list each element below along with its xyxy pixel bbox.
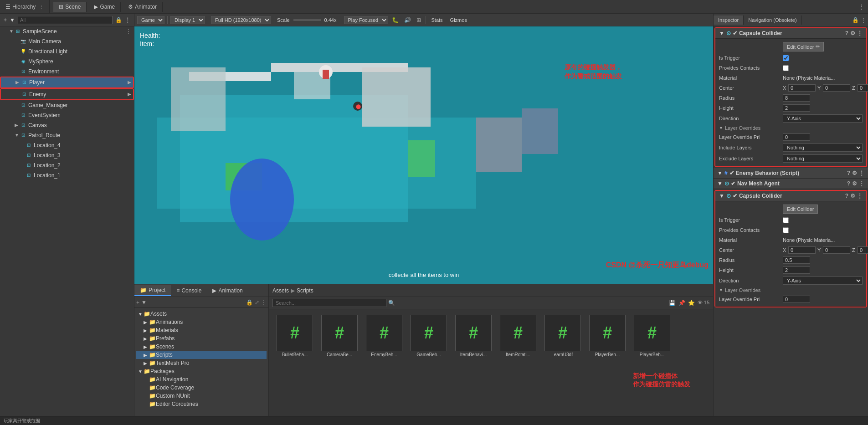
asset-item-behav[interactable]: # ItemBehavi... — [453, 315, 494, 357]
star-icon[interactable]: ⭐ — [688, 300, 695, 306]
lock-icon[interactable]: 🔒 — [246, 299, 253, 306]
is-trigger-checkbox-1[interactable] — [783, 55, 789, 61]
height-input-2[interactable] — [783, 266, 810, 274]
nm-help-icon[interactable]: ? — [847, 180, 850, 187]
more-btn[interactable]: ⋮ — [261, 299, 267, 306]
navigation-tab[interactable]: Navigation (Obsolete) — [744, 15, 801, 25]
asset-camera[interactable]: # CameraBe... — [319, 315, 360, 357]
layer-override-pri-2[interactable] — [783, 296, 810, 303]
nm-more-icon[interactable]: ⋮ — [859, 180, 864, 187]
stats-btn[interactable]: Stats — [429, 17, 446, 23]
assets-folder[interactable]: ▼ 📁 Assets — [136, 310, 267, 318]
console-tab[interactable]: ≡ Console — [171, 286, 207, 296]
tree-item-player[interactable]: ▶ ⊡ Player ▶ — [0, 77, 134, 88]
more-icon[interactable]: ⋮ — [125, 17, 130, 23]
center-x-1[interactable] — [788, 84, 816, 92]
play-mode-select[interactable]: Play Focused — [344, 16, 388, 24]
add-icon[interactable]: + — [4, 17, 7, 23]
packages-folder[interactable]: ▼ 📁 Packages — [136, 367, 267, 375]
more-comp-icon[interactable]: ⋮ — [857, 30, 863, 36]
lock-icon[interactable]: 🔒 — [115, 17, 122, 23]
asset-learn[interactable]: # LearnU3d1 — [542, 315, 583, 357]
edit-collider-1-btn[interactable]: Edit Collider ✏ — [783, 42, 824, 51]
display-select[interactable]: Display 1 — [170, 16, 205, 24]
tree-item-patrol-route[interactable]: ▼ ⊡ Patrol_Route — [0, 130, 134, 140]
save-icon[interactable]: 💾 — [669, 300, 676, 306]
direction-select-1[interactable]: Y-Axis X-Axis Z-Axis — [783, 114, 863, 123]
nm-check[interactable]: ✔ — [731, 180, 735, 187]
game-mode-select[interactable]: Game — [137, 16, 164, 24]
center-y-1[interactable] — [823, 84, 850, 92]
scripts-folder[interactable]: ▶ 📁 Scripts — [136, 351, 267, 359]
editor-coroutines-folder[interactable]: 📁 Editor Coroutines — [136, 400, 267, 408]
is-trigger-checkbox-2[interactable] — [783, 217, 789, 223]
tree-item-event-system[interactable]: ⊡ EventSystem — [0, 110, 134, 120]
tree-item-directional-light[interactable]: 💡 Directional Light — [0, 46, 134, 56]
animations-folder[interactable]: ▶ 📁 Animations — [136, 318, 267, 326]
bug-icon[interactable]: 🐛 — [390, 17, 401, 23]
code-coverage-folder[interactable]: 📁 Code Coverage — [136, 384, 267, 392]
game-tab[interactable]: ▶ Game — [88, 2, 121, 12]
animator-tab[interactable]: ⚙ Animator — [123, 2, 163, 12]
asset-game[interactable]: # GameBeh... — [408, 315, 449, 357]
prefabs-folder[interactable]: ▶ 📁 Prefabs — [136, 334, 267, 343]
nm-settings-icon[interactable]: ⚙ — [852, 180, 857, 187]
scenes-folder[interactable]: ▶ 📁 Scenes — [136, 343, 267, 351]
help-icon[interactable]: ? — [845, 30, 848, 36]
ai-nav-folder[interactable]: 📁 玩家离开警戒范围 AI Navigation — [136, 375, 267, 384]
hierarchy-tab[interactable]: ☰ Hierarchy ⋮ — [0, 0, 50, 13]
animation-tab[interactable]: ▶ Animation — [207, 286, 248, 296]
lock-inspector-icon[interactable]: 🔒 — [852, 17, 859, 23]
layer-override-pri-1[interactable] — [783, 133, 810, 141]
include-layers-select[interactable]: Nothing Everything — [783, 143, 863, 152]
scale-slider[interactable] — [293, 19, 321, 21]
project-tab[interactable]: 📁 Project — [134, 285, 171, 296]
cc2-help-icon[interactable]: ? — [845, 193, 848, 199]
eb-more-icon[interactable]: ⋮ — [859, 170, 864, 176]
center-z-1[interactable] — [858, 84, 868, 92]
tree-item-game-manager[interactable]: ⊡ Game_Manager — [0, 100, 134, 110]
more-inspector-icon[interactable]: ⋮ — [861, 17, 866, 23]
direction-select-2[interactable]: Y-Axis X-Axis Z-Axis — [783, 277, 863, 285]
tree-item-sample-scene[interactable]: ▼ ⊞ SampleScene ⋮ — [0, 26, 134, 36]
radius-input-1[interactable] — [783, 94, 810, 102]
eb-help-icon[interactable]: ? — [847, 170, 850, 176]
settings-icon[interactable]: ⚙ — [850, 30, 855, 36]
audio-icon[interactable]: 🔊 — [402, 17, 413, 23]
asset-item-rot[interactable]: # ItemRotati... — [498, 315, 539, 357]
hierarchy-search-input[interactable] — [18, 16, 113, 24]
materials-folder[interactable]: ▶ 📁 Materials — [136, 326, 267, 334]
asset-search-input[interactable] — [272, 299, 386, 307]
eb-settings-icon[interactable]: ⚙ — [852, 170, 857, 176]
tree-item-location-4[interactable]: ⊡ Location_4 — [0, 140, 134, 150]
asset-player1[interactable]: # PlayerBeh... — [587, 315, 628, 357]
expand-icon[interactable]: ⤢ — [255, 299, 259, 306]
provides-contacts-checkbox-1[interactable] — [783, 65, 789, 71]
project-more-btn[interactable]: ▼ — [141, 299, 147, 306]
asset-player2[interactable]: # PlayerBeh... — [632, 315, 673, 357]
cc2-settings-icon[interactable]: ⚙ — [850, 193, 855, 199]
asset-enemy[interactable]: # EnemyBeh... — [364, 315, 405, 357]
exclude-layers-select[interactable]: Nothing Everything — [783, 154, 863, 163]
enemy-behavior-header[interactable]: ▼ # ✔ Enemy Behavior (Script) ? ⚙ ⋮ — [714, 168, 868, 179]
provides-contacts-checkbox-2[interactable] — [783, 227, 789, 233]
tree-item-canvas[interactable]: ▶ ⊡ Canvas — [0, 120, 134, 130]
tree-item-environment[interactable]: ⊡ Environment — [0, 67, 134, 77]
tree-item-location-3[interactable]: ⊡ Location_3 — [0, 150, 134, 160]
tree-item-main-camera[interactable]: 📷 Main Camera — [0, 36, 134, 46]
center-z-2[interactable] — [858, 246, 868, 254]
scene-tab[interactable]: ⊞ Scene — [53, 2, 87, 12]
center-y-2[interactable] — [823, 246, 850, 254]
more-options-icon[interactable]: ⋮ — [859, 4, 864, 10]
eb-check[interactable]: ✔ — [729, 170, 734, 176]
add-btn[interactable]: + — [136, 299, 139, 306]
tree-item-enemy[interactable]: ⊡ Enemy ▶ — [0, 88, 134, 100]
resolution-select[interactable]: Full HD (1920x1080) — [211, 16, 271, 24]
tree-item-location-1[interactable]: ⊡ Location_1 — [0, 170, 134, 180]
grid-icon[interactable]: ⊞ — [415, 17, 423, 23]
custom-nunit-folder[interactable]: 📁 Custom NUnit — [136, 392, 267, 400]
textmesh-folder[interactable]: ▶ 📁 TextMesh Pro — [136, 359, 267, 367]
gizmos-btn[interactable]: Gizmos — [447, 17, 470, 23]
capsule-collider-1-header[interactable]: ▼ ⊙ ✔ Capsule Collider ? ⚙ ⋮ — [715, 28, 866, 39]
edit-collider-2-btn[interactable]: Edit Collider — [783, 205, 818, 214]
